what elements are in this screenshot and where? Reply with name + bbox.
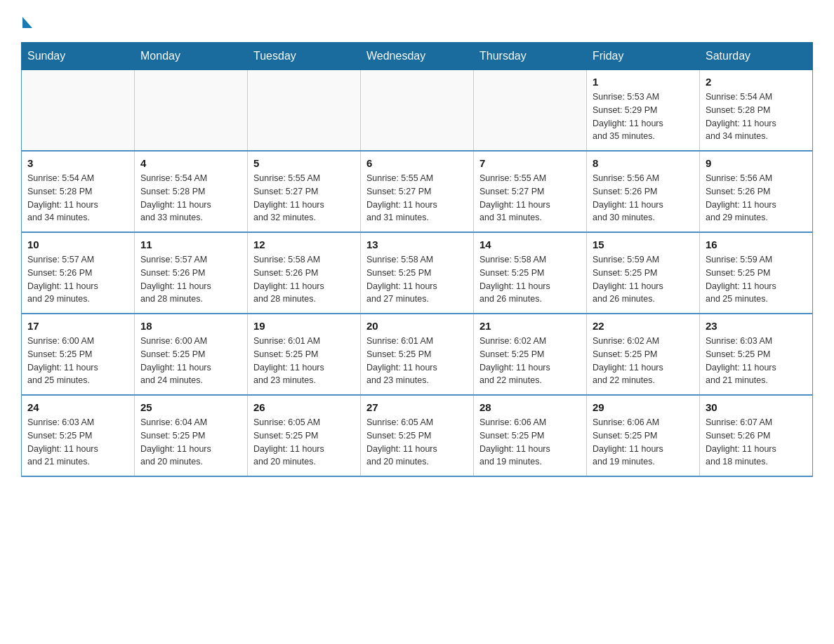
day-number: 21 <box>479 320 581 332</box>
day-info: Sunrise: 5:55 AM Sunset: 5:27 PM Dayligh… <box>366 172 468 224</box>
day-number: 23 <box>706 320 807 332</box>
day-info: Sunrise: 5:59 AM Sunset: 5:25 PM Dayligh… <box>706 253 807 306</box>
day-info: Sunrise: 5:56 AM Sunset: 5:26 PM Dayligh… <box>706 172 807 224</box>
day-number: 20 <box>366 320 468 332</box>
day-cell: 27Sunrise: 6:05 AM Sunset: 5:25 PM Dayli… <box>361 395 474 476</box>
day-info: Sunrise: 6:02 AM Sunset: 5:25 PM Dayligh… <box>593 335 694 387</box>
day-info: Sunrise: 6:03 AM Sunset: 5:25 PM Dayligh… <box>706 335 807 387</box>
day-cell: 19Sunrise: 6:01 AM Sunset: 5:25 PM Dayli… <box>248 314 361 395</box>
day-number: 5 <box>253 157 355 169</box>
week-row-2: 3Sunrise: 5:54 AM Sunset: 5:28 PM Daylig… <box>22 151 813 232</box>
day-info: Sunrise: 6:06 AM Sunset: 5:25 PM Dayligh… <box>593 416 694 469</box>
calendar-table: SundayMondayTuesdayWednesdayThursdayFrid… <box>21 42 813 477</box>
day-cell: 20Sunrise: 6:01 AM Sunset: 5:25 PM Dayli… <box>361 314 474 395</box>
day-cell: 10Sunrise: 5:57 AM Sunset: 5:26 PM Dayli… <box>22 232 135 314</box>
day-cell: 8Sunrise: 5:56 AM Sunset: 5:26 PM Daylig… <box>587 151 700 232</box>
day-number: 1 <box>593 76 694 88</box>
day-cell: 11Sunrise: 5:57 AM Sunset: 5:26 PM Dayli… <box>135 232 248 314</box>
day-cell <box>135 70 248 152</box>
day-cell: 25Sunrise: 6:04 AM Sunset: 5:25 PM Dayli… <box>135 395 248 476</box>
day-info: Sunrise: 5:57 AM Sunset: 5:26 PM Dayligh… <box>140 253 241 306</box>
day-info: Sunrise: 5:53 AM Sunset: 5:29 PM Dayligh… <box>593 90 694 143</box>
day-info: Sunrise: 5:54 AM Sunset: 5:28 PM Dayligh… <box>27 172 128 224</box>
day-cell: 7Sunrise: 5:55 AM Sunset: 5:27 PM Daylig… <box>474 151 587 232</box>
day-info: Sunrise: 5:55 AM Sunset: 5:27 PM Dayligh… <box>253 172 355 224</box>
day-number: 4 <box>140 157 241 169</box>
day-cell: 22Sunrise: 6:02 AM Sunset: 5:25 PM Dayli… <box>587 314 700 395</box>
day-cell: 24Sunrise: 6:03 AM Sunset: 5:25 PM Dayli… <box>22 395 135 476</box>
day-number: 22 <box>593 320 694 332</box>
day-info: Sunrise: 5:58 AM Sunset: 5:25 PM Dayligh… <box>479 253 581 306</box>
day-cell: 6Sunrise: 5:55 AM Sunset: 5:27 PM Daylig… <box>361 151 474 232</box>
day-number: 12 <box>253 239 355 250</box>
day-cell: 1Sunrise: 5:53 AM Sunset: 5:29 PM Daylig… <box>587 70 700 152</box>
day-number: 2 <box>706 76 807 88</box>
day-number: 10 <box>27 239 128 250</box>
day-info: Sunrise: 5:55 AM Sunset: 5:27 PM Dayligh… <box>479 172 581 224</box>
day-info: Sunrise: 5:54 AM Sunset: 5:28 PM Dayligh… <box>706 90 807 143</box>
weekday-header-friday: Friday <box>587 43 700 70</box>
weekday-header-row: SundayMondayTuesdayWednesdayThursdayFrid… <box>22 43 813 70</box>
day-cell: 3Sunrise: 5:54 AM Sunset: 5:28 PM Daylig… <box>22 151 135 232</box>
day-info: Sunrise: 5:57 AM Sunset: 5:26 PM Dayligh… <box>27 253 128 306</box>
day-cell: 30Sunrise: 6:07 AM Sunset: 5:26 PM Dayli… <box>700 395 813 476</box>
day-cell: 18Sunrise: 6:00 AM Sunset: 5:25 PM Dayli… <box>135 314 248 395</box>
day-info: Sunrise: 5:56 AM Sunset: 5:26 PM Dayligh… <box>593 172 694 224</box>
day-cell: 15Sunrise: 5:59 AM Sunset: 5:25 PM Dayli… <box>587 232 700 314</box>
weekday-header-monday: Monday <box>135 43 248 70</box>
day-cell: 16Sunrise: 5:59 AM Sunset: 5:25 PM Dayli… <box>700 232 813 314</box>
day-info: Sunrise: 6:05 AM Sunset: 5:25 PM Dayligh… <box>366 416 468 469</box>
day-number: 17 <box>27 320 128 332</box>
day-number: 28 <box>479 401 581 413</box>
day-cell: 4Sunrise: 5:54 AM Sunset: 5:28 PM Daylig… <box>135 151 248 232</box>
day-cell: 26Sunrise: 6:05 AM Sunset: 5:25 PM Dayli… <box>248 395 361 476</box>
week-row-4: 17Sunrise: 6:00 AM Sunset: 5:25 PM Dayli… <box>22 314 813 395</box>
day-info: Sunrise: 6:03 AM Sunset: 5:25 PM Dayligh… <box>27 416 128 469</box>
day-cell: 23Sunrise: 6:03 AM Sunset: 5:25 PM Dayli… <box>700 314 813 395</box>
day-number: 29 <box>593 401 694 413</box>
day-cell: 5Sunrise: 5:55 AM Sunset: 5:27 PM Daylig… <box>248 151 361 232</box>
weekday-header-tuesday: Tuesday <box>248 43 361 70</box>
weekday-header-thursday: Thursday <box>474 43 587 70</box>
day-cell: 14Sunrise: 5:58 AM Sunset: 5:25 PM Dayli… <box>474 232 587 314</box>
day-number: 30 <box>706 401 807 413</box>
week-row-5: 24Sunrise: 6:03 AM Sunset: 5:25 PM Dayli… <box>22 395 813 476</box>
day-number: 16 <box>706 239 807 250</box>
day-cell: 28Sunrise: 6:06 AM Sunset: 5:25 PM Dayli… <box>474 395 587 476</box>
day-cell: 9Sunrise: 5:56 AM Sunset: 5:26 PM Daylig… <box>700 151 813 232</box>
day-number: 27 <box>366 401 468 413</box>
day-number: 26 <box>253 401 355 413</box>
day-number: 13 <box>366 239 468 250</box>
day-info: Sunrise: 6:07 AM Sunset: 5:26 PM Dayligh… <box>706 416 807 469</box>
header <box>21 14 813 28</box>
week-row-1: 1Sunrise: 5:53 AM Sunset: 5:29 PM Daylig… <box>22 70 813 152</box>
day-info: Sunrise: 5:58 AM Sunset: 5:25 PM Dayligh… <box>366 253 468 306</box>
day-number: 18 <box>140 320 241 332</box>
weekday-header-wednesday: Wednesday <box>361 43 474 70</box>
day-number: 19 <box>253 320 355 332</box>
logo <box>21 14 32 28</box>
day-info: Sunrise: 6:00 AM Sunset: 5:25 PM Dayligh… <box>27 335 128 387</box>
day-number: 7 <box>479 157 581 169</box>
day-number: 24 <box>27 401 128 413</box>
day-number: 9 <box>706 157 807 169</box>
logo-arrow-icon <box>22 17 32 28</box>
day-cell <box>248 70 361 152</box>
day-number: 3 <box>27 157 128 169</box>
day-cell: 21Sunrise: 6:02 AM Sunset: 5:25 PM Dayli… <box>474 314 587 395</box>
day-number: 8 <box>593 157 694 169</box>
day-cell: 29Sunrise: 6:06 AM Sunset: 5:25 PM Dayli… <box>587 395 700 476</box>
day-info: Sunrise: 5:59 AM Sunset: 5:25 PM Dayligh… <box>593 253 694 306</box>
day-info: Sunrise: 6:06 AM Sunset: 5:25 PM Dayligh… <box>479 416 581 469</box>
day-cell <box>22 70 135 152</box>
day-info: Sunrise: 6:01 AM Sunset: 5:25 PM Dayligh… <box>253 335 355 387</box>
day-cell <box>474 70 587 152</box>
day-number: 11 <box>140 239 241 250</box>
day-info: Sunrise: 6:02 AM Sunset: 5:25 PM Dayligh… <box>479 335 581 387</box>
day-number: 15 <box>593 239 694 250</box>
day-info: Sunrise: 5:54 AM Sunset: 5:28 PM Dayligh… <box>140 172 241 224</box>
day-cell: 12Sunrise: 5:58 AM Sunset: 5:26 PM Dayli… <box>248 232 361 314</box>
day-info: Sunrise: 6:05 AM Sunset: 5:25 PM Dayligh… <box>253 416 355 469</box>
week-row-3: 10Sunrise: 5:57 AM Sunset: 5:26 PM Dayli… <box>22 232 813 314</box>
day-cell: 17Sunrise: 6:00 AM Sunset: 5:25 PM Dayli… <box>22 314 135 395</box>
